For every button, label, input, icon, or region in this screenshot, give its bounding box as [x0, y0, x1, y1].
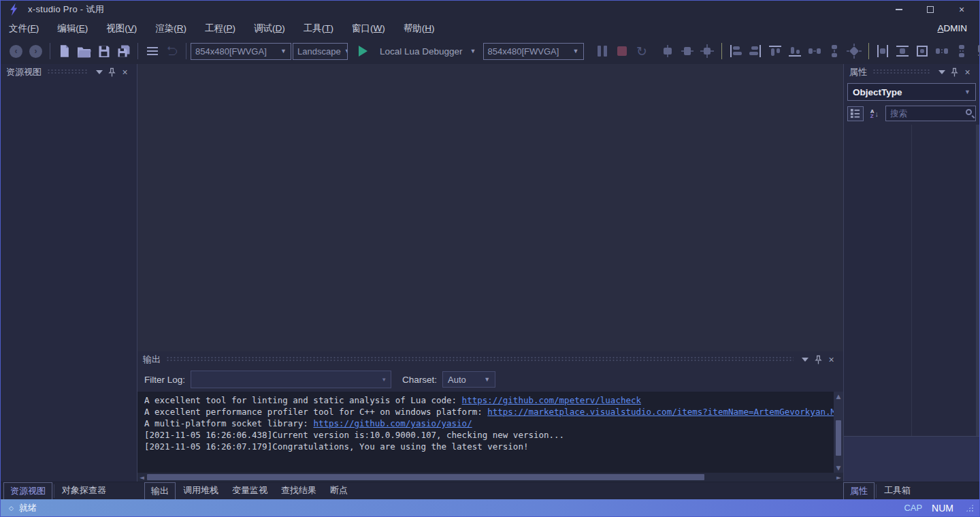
scroll-left-icon[interactable]: ◄ [140, 473, 144, 482]
property-grid[interactable] [844, 125, 979, 437]
log-line: [2021-11-05 16:26:06.438]Current version… [144, 429, 827, 441]
status-diamond-icon: ◇ [9, 505, 14, 512]
panel-menu-button[interactable] [799, 354, 812, 365]
same-size-button[interactable] [913, 41, 932, 61]
categorized-view-button[interactable] [847, 106, 864, 121]
scroll-right-icon[interactable]: ► [836, 473, 841, 482]
menu-window[interactable]: 窗口(W) [352, 22, 385, 35]
menu-render[interactable]: 渲染(R) [155, 22, 186, 35]
menu-view[interactable]: 视图(V) [106, 22, 137, 35]
distribute-horizontal-button[interactable] [805, 41, 825, 61]
pin-button[interactable] [948, 67, 961, 78]
output-log[interactable]: A excellent tool for linting and static … [137, 392, 834, 473]
search-input[interactable] [885, 106, 976, 121]
outline-icon [145, 44, 160, 59]
filter-log-select[interactable]: ▼ [191, 371, 391, 388]
statusbar: ◇ 就绪 CAP NUM [1, 499, 979, 516]
align-left-button[interactable] [726, 41, 746, 61]
pin-button[interactable] [105, 67, 118, 78]
undo-button[interactable]: ⮌ [162, 41, 182, 61]
alphabetical-sort-button[interactable]: AZ ↓ [866, 106, 883, 121]
menu-edit[interactable]: 编辑(E) [57, 22, 88, 35]
tab-call-stack[interactable]: 调用堆栈 [177, 482, 225, 500]
tab-find-results[interactable]: 查找结果 [275, 482, 323, 500]
admin-menu[interactable]: ADMIN [937, 23, 971, 33]
align-top-button[interactable] [766, 41, 785, 61]
same-size-icon [915, 44, 930, 59]
close-panel-button[interactable]: × [825, 354, 838, 365]
align-right-button[interactable] [746, 41, 766, 61]
scroll-down-icon[interactable]: ▼ [836, 463, 841, 473]
restart-button[interactable]: ↻ [632, 41, 652, 61]
scroll-up-icon[interactable]: ▲ [836, 392, 841, 401]
close-icon[interactable]: × [956, 4, 967, 15]
same-height-button[interactable] [893, 41, 913, 61]
resource-tree-area[interactable] [1, 80, 137, 482]
log-vertical-scrollbar[interactable]: ▲ ▼ [834, 392, 843, 473]
resize-grip[interactable] [966, 504, 974, 512]
center-in-parent-button[interactable] [845, 41, 864, 61]
orientation-select[interactable]: Landscape▼ [293, 43, 348, 60]
log-line: A excellent tool for linting and static … [144, 394, 827, 406]
tab-toolbox[interactable]: 工具箱 [878, 482, 917, 500]
log-link[interactable]: https://github.com/mpeterv/luacheck [462, 395, 641, 405]
save-all-button[interactable] [114, 41, 133, 61]
anchor-button[interactable] [972, 41, 980, 61]
debugger-label[interactable]: Local Lua Debugger [380, 46, 463, 57]
menu-tools[interactable]: 工具(T) [304, 22, 333, 35]
object-type-select[interactable]: ObjectType ▼ [847, 83, 976, 101]
center-both-button[interactable] [698, 41, 717, 61]
maximize-icon[interactable] [925, 4, 936, 15]
pause-button[interactable] [593, 41, 612, 61]
panel-menu-button[interactable] [935, 67, 948, 78]
run-resolution-select[interactable]: 854x480[FWVGA]▼ [483, 43, 584, 60]
charset-select[interactable]: Auto▼ [442, 371, 495, 388]
tab-object-inspector[interactable]: 对象探查器 [56, 482, 112, 500]
outline-button[interactable] [142, 41, 162, 61]
property-grid-scrollbar[interactable] [976, 125, 979, 436]
design-resolution-select[interactable]: 854x480[FWVGA]▼ [191, 43, 291, 60]
tab-resource-view[interactable]: 资源视图 [3, 482, 52, 500]
panel-menu-button[interactable] [93, 67, 105, 78]
debugger-chevron-icon[interactable]: ▼ [467, 48, 476, 54]
menu-project[interactable]: 工程(P) [205, 22, 235, 35]
center-horizontal-button[interactable] [658, 41, 678, 61]
play-icon [359, 46, 368, 57]
align-bottom-button[interactable] [785, 41, 805, 61]
log-link[interactable]: https://github.com/yasio/yasio/ [313, 418, 472, 428]
stop-button[interactable] [612, 41, 632, 61]
close-panel-button[interactable]: × [118, 67, 131, 78]
space-horizontal-button[interactable] [932, 41, 952, 61]
run-button[interactable] [353, 41, 373, 61]
open-folder-button[interactable] [74, 41, 94, 61]
new-file-button[interactable] [54, 41, 74, 61]
pin-button[interactable] [812, 354, 825, 365]
log-link[interactable]: https://marketplace.visualstudio.com/ite… [487, 407, 834, 417]
save-button[interactable] [94, 41, 114, 61]
minimize-icon[interactable] [894, 4, 904, 15]
menubar: 文件(F) 编辑(E) 视图(V) 渲染(R) 工程(P) 调试(D) 工具(T… [1, 18, 979, 38]
menu-debug[interactable]: 调试(D) [254, 22, 285, 35]
tab-properties[interactable]: 属性 [843, 482, 875, 500]
center-vertical-button[interactable] [678, 41, 698, 61]
new-file-icon [58, 44, 71, 58]
design-canvas[interactable] [137, 64, 843, 351]
distribute-vertical-button[interactable] [825, 41, 845, 61]
chevron-down-icon: ▼ [277, 48, 287, 54]
space-vertical-button[interactable] [952, 41, 972, 61]
log-horizontal-scrollbar[interactable]: ◄ ► [137, 473, 843, 482]
tab-breakpoints[interactable]: 断点 [324, 482, 354, 500]
scrollbar-thumb[interactable] [836, 420, 841, 456]
tab-watch[interactable]: 变量监视 [226, 482, 274, 500]
menu-help[interactable]: 帮助(H) [404, 22, 435, 35]
same-width-button[interactable] [873, 41, 893, 61]
menu-file[interactable]: 文件(F) [9, 22, 39, 35]
navigate-back-button[interactable]: ‹ [6, 41, 26, 61]
close-panel-button[interactable]: × [961, 67, 974, 78]
navigate-forward-button[interactable]: › [26, 41, 46, 61]
property-search [885, 106, 976, 121]
tab-output[interactable]: 输出 [144, 482, 176, 500]
center-horizontal-icon [660, 44, 675, 59]
distribute-vertical-icon [827, 44, 842, 59]
scrollbar-thumb[interactable] [147, 474, 704, 480]
